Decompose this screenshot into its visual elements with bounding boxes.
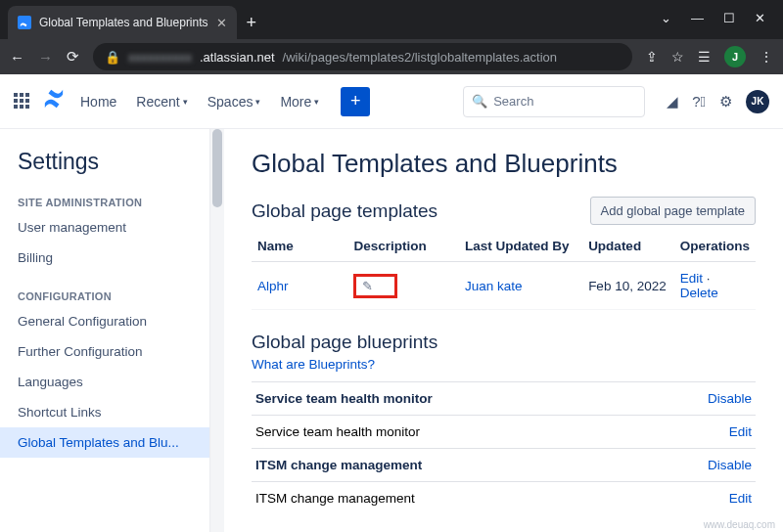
chevron-down-icon[interactable]: ⌄: [661, 11, 671, 25]
profile-avatar[interactable]: J: [724, 46, 746, 67]
delete-link[interactable]: Delete: [680, 286, 718, 300]
add-template-button[interactable]: Add global page template: [590, 197, 756, 225]
section-page-templates: Global page templates: [252, 200, 438, 222]
sidebar-item-languages[interactable]: Languages: [0, 367, 209, 397]
sidebar-item-global-templates[interactable]: Global Templates and Blu...: [0, 427, 209, 458]
create-button[interactable]: +: [341, 87, 370, 116]
sidebar-title: Settings: [0, 143, 209, 189]
reload-button[interactable]: ⟳: [67, 48, 79, 66]
maximize-icon[interactable]: ☐: [723, 11, 735, 25]
search-icon: 🔍: [472, 94, 487, 109]
edit-link[interactable]: Edit: [729, 424, 752, 439]
notifications-icon[interactable]: ◢: [667, 93, 678, 111]
sidebar-item-user-management[interactable]: User management: [0, 212, 209, 243]
col-name: Name: [252, 231, 347, 262]
browser-titlebar: Global Templates and Blueprints ✕ + ⌄ — …: [0, 0, 783, 39]
url-blurred: xxxxxxxxxx: [128, 50, 192, 65]
sidebar-item-billing[interactable]: Billing: [0, 243, 209, 273]
confluence-favicon: [18, 16, 31, 29]
app-switcher-icon[interactable]: [14, 93, 31, 111]
chevron-down-icon: ▾: [255, 97, 260, 107]
main-content: Global Templates and Blueprints Global p…: [224, 129, 783, 532]
browser-tab[interactable]: Global Templates and Blueprints ✕: [8, 6, 237, 39]
close-icon[interactable]: ✕: [216, 16, 227, 30]
page-title: Global Templates and Blueprints: [252, 149, 756, 179]
sidebar-scrollbar[interactable]: [210, 129, 224, 532]
sidebar-item-shortcut-links[interactable]: Shortcut Links: [0, 397, 209, 427]
col-description: Description: [347, 231, 459, 262]
blueprint-row: Service team health monitorEdit: [252, 415, 756, 448]
sidebar-item-further-config[interactable]: Further Configuration: [0, 336, 209, 367]
close-window-icon[interactable]: ✕: [755, 11, 765, 25]
disable-link[interactable]: Disable: [708, 458, 752, 472]
help-icon[interactable]: ?⃝: [692, 93, 706, 110]
col-updated: Updated: [582, 231, 674, 262]
sidebar: Settings SITE ADMINISTRATION User manage…: [0, 129, 210, 532]
nav-home[interactable]: Home: [76, 94, 120, 110]
forward-button[interactable]: →: [38, 49, 53, 66]
lock-icon: 🔒: [105, 50, 120, 65]
new-tab-button[interactable]: +: [247, 13, 257, 33]
sidebar-group-site-admin: SITE ADMINISTRATION: [0, 189, 209, 212]
url-input[interactable]: 🔒 xxxxxxxxxx .atlassian.net/wiki/pages/t…: [93, 43, 632, 70]
nav-spaces[interactable]: Spaces▾: [204, 94, 265, 110]
footer-watermark: www.deuaq.com: [704, 519, 775, 530]
col-updated-by: Last Updated By: [459, 231, 582, 262]
settings-icon[interactable]: ⚙: [719, 93, 732, 111]
bookmark-icon[interactable]: ☆: [671, 49, 684, 65]
tab-title: Global Templates and Blueprints: [39, 16, 208, 29]
template-name-link[interactable]: Alphr: [257, 279, 289, 293]
sidebar-group-configuration: CONFIGURATION: [0, 283, 209, 306]
nav-recent[interactable]: Recent▾: [132, 94, 191, 110]
minimize-icon[interactable]: —: [691, 11, 704, 25]
url-host: .atlassian.net: [200, 50, 275, 65]
app-nav: Home Recent▾ Spaces▾ More▾ + 🔍 Search ◢ …: [0, 74, 783, 129]
section-blueprints: Global page blueprints: [252, 332, 756, 353]
blueprint-row: ITSM change managementDisable: [252, 448, 756, 481]
what-are-blueprints-link[interactable]: What are Blueprints?: [252, 357, 756, 372]
templates-table: Name Description Last Updated By Updated…: [252, 231, 756, 310]
url-path: /wiki/pages/templates2/listglobaltemplat…: [283, 50, 557, 65]
blueprint-row: Service team health monitorDisable: [252, 381, 756, 415]
user-avatar[interactable]: JK: [746, 90, 769, 113]
confluence-logo-icon[interactable]: [43, 88, 65, 114]
table-row: Alphr ✎ Juan kate Feb 10, 2022 Edit · De…: [252, 262, 756, 310]
address-bar: ← → ⟳ 🔒 xxxxxxxxxx .atlassian.net/wiki/p…: [0, 39, 783, 74]
updated-by-link[interactable]: Juan kate: [465, 279, 523, 293]
search-input[interactable]: 🔍 Search: [463, 86, 645, 117]
edit-link[interactable]: Edit: [729, 491, 752, 506]
chevron-down-icon: ▾: [314, 97, 319, 107]
description-highlight: ✎: [353, 274, 397, 298]
scrollbar-thumb[interactable]: [212, 129, 222, 207]
share-icon[interactable]: ⇪: [646, 49, 658, 65]
disable-link[interactable]: Disable: [708, 391, 752, 406]
col-operations: Operations: [674, 231, 756, 262]
reading-list-icon[interactable]: ☰: [698, 49, 711, 65]
sidebar-item-general-config[interactable]: General Configuration: [0, 306, 209, 336]
pencil-icon[interactable]: ✎: [362, 279, 373, 293]
search-placeholder: Search: [493, 94, 533, 109]
blueprint-row: ITSM change managementEdit: [252, 481, 756, 514]
table-header-row: Name Description Last Updated By Updated…: [252, 231, 756, 262]
window-controls: ⌄ — ☐ ✕: [661, 11, 783, 39]
updated-date: Feb 10, 2022: [582, 262, 674, 310]
menu-icon[interactable]: ⋮: [760, 49, 773, 65]
edit-link[interactable]: Edit: [680, 271, 703, 286]
back-button[interactable]: ←: [10, 49, 24, 66]
nav-more[interactable]: More▾: [276, 94, 323, 110]
chevron-down-icon: ▾: [183, 97, 188, 107]
